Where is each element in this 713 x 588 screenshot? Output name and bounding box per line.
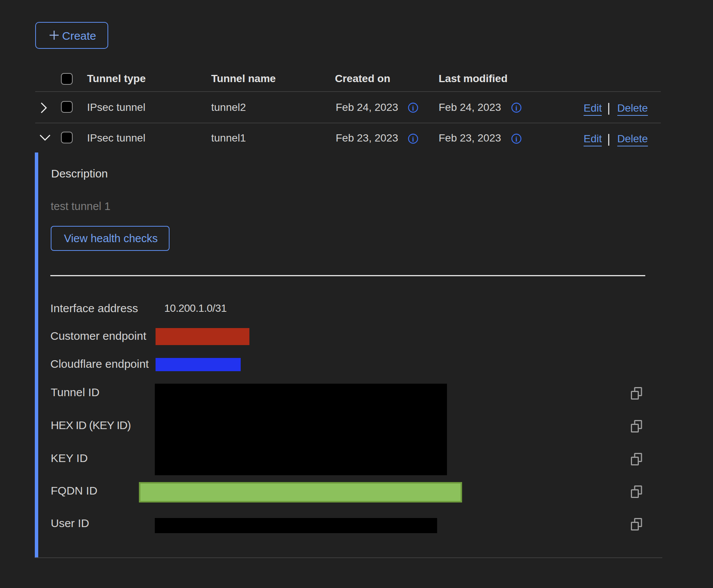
svg-text:i: i (412, 104, 414, 112)
svg-text:i: i (412, 135, 414, 143)
svg-text:i: i (515, 104, 517, 112)
svg-text:i: i (515, 135, 517, 143)
